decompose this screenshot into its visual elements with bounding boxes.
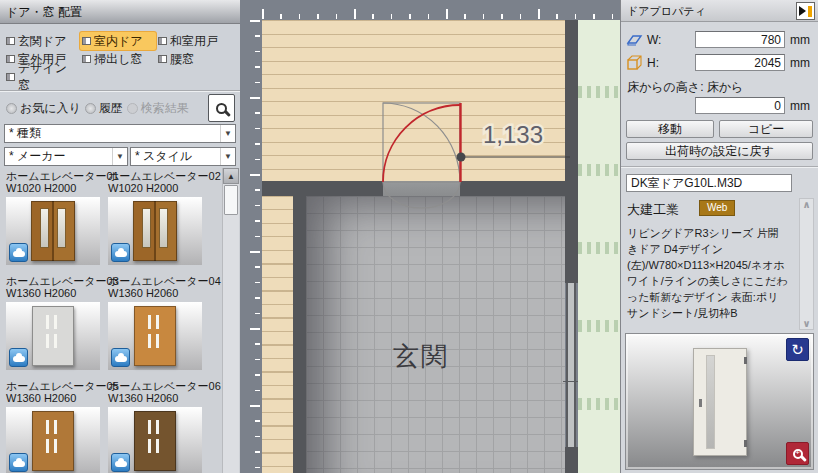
favorites-button[interactable]: お気に入り: [6, 100, 81, 117]
category-design-window[interactable]: デザイン窓: [4, 68, 80, 86]
door-thumbnail: [108, 302, 202, 370]
category-label: 室内ドア: [94, 33, 143, 50]
item-size: W1360 H2060: [6, 287, 104, 299]
list-item[interactable]: ホームエレベーター04 W1360 H2060: [108, 275, 206, 370]
door-swing-drawing[interactable]: 1,133: [240, 0, 620, 473]
door-image: [133, 201, 177, 261]
door-symbol-icon: [6, 55, 15, 63]
width-input[interactable]: 780: [695, 31, 785, 48]
play-arrow-icon: [799, 6, 806, 16]
door-image: [134, 306, 176, 366]
door-symbol-icon: [82, 55, 91, 63]
width-row: W: 780 mm: [621, 31, 818, 49]
width-plane-icon: [626, 32, 643, 47]
floor-height-unit: mm: [790, 99, 810, 113]
door-thumbnail: [6, 407, 100, 473]
history-button[interactable]: 履歴: [85, 100, 123, 117]
search-results-button: 検索結果: [127, 100, 189, 117]
width-unit: mm: [790, 33, 810, 47]
door-symbol-icon: [158, 55, 167, 63]
item-name: ホームエレベーター05: [6, 380, 104, 392]
door-thumbnail: [6, 302, 100, 370]
door-thumbnail: [108, 197, 202, 265]
height-unit: mm: [790, 56, 810, 70]
category-waist-window[interactable]: 腰窓: [156, 50, 232, 68]
height-label: H:: [647, 56, 659, 70]
door-thumbnail: [6, 197, 100, 265]
search-icon: [216, 103, 227, 114]
catalog-scrollbar[interactable]: ▲: [222, 168, 239, 473]
item-size: W1020 H2000: [108, 182, 206, 194]
cloud-download-icon: [9, 453, 28, 472]
panel-title: ドア・窓 配置: [0, 0, 240, 24]
door-preview-box: ↻: [625, 333, 814, 470]
scrollbar-thumb[interactable]: [224, 185, 238, 215]
move-button[interactable]: 移動: [626, 120, 714, 138]
item-name: ホームエレベーター02: [108, 170, 206, 182]
cloud-download-icon: [9, 348, 28, 367]
category-label: 掃出し窓: [94, 51, 142, 68]
item-size: W1020 H2000: [6, 182, 104, 194]
door-category-options: 玄関ドア 室内ドア 和室用戸 室外用戸 掃出し窓 腰窓 デザイン窓: [4, 32, 236, 86]
history-label: 履歴: [99, 100, 123, 117]
reset-to-factory-button[interactable]: 出荷時の設定に戻す: [626, 142, 813, 160]
door-handle: [699, 399, 702, 407]
item-name: ホームエレベーター04: [108, 275, 206, 287]
list-item[interactable]: ホームエレベーター02 W1020 H2000: [108, 170, 206, 265]
cloud-download-icon: [111, 453, 130, 472]
style-dropdown-value: * スタイル: [131, 148, 220, 165]
copy-button[interactable]: コピー: [719, 120, 813, 138]
list-item[interactable]: ホームエレベーター06 W1360 H2060: [108, 380, 206, 473]
door-handle-node[interactable]: [457, 153, 466, 162]
maker-dropdown-value: * メーカー: [5, 148, 112, 165]
kind-dropdown[interactable]: * 種類 ▼: [4, 124, 236, 143]
category-entrance-door[interactable]: 玄関ドア: [4, 32, 80, 50]
door-description: リビングドアR3シリーズ 片開きドア D4デザイン (左)/W780×D113×…: [627, 226, 789, 322]
item-name: ホームエレベーター03: [6, 275, 104, 287]
floor-plan-canvas[interactable]: 1,133 玄関: [240, 0, 620, 473]
door-symbol-icon: [158, 37, 167, 45]
category-japanese-room-door[interactable]: 和室用戸: [156, 32, 232, 50]
scroll-up-icon[interactable]: ∧: [800, 199, 813, 210]
cloud-download-icon: [111, 243, 130, 262]
item-name: ホームエレベーター01: [6, 170, 104, 182]
chevron-down-icon: ▼: [220, 125, 235, 142]
category-label: 和室用戸: [170, 33, 218, 50]
description-scrollbar[interactable]: ∧ ∨: [799, 198, 814, 330]
chevron-down-icon: ▼: [220, 148, 235, 165]
door-image: [31, 201, 75, 261]
style-dropdown[interactable]: * スタイル ▼: [130, 147, 236, 166]
history-clock-icon: [85, 103, 96, 114]
properties-title: ドアプロパティ: [621, 0, 818, 22]
width-label: W:: [647, 33, 661, 47]
category-label: 玄関ドア: [18, 33, 67, 50]
door-catalog-list: ホームエレベーター01 W1020 H2000 ホームエレベーター02 W102…: [0, 168, 240, 473]
web-link-badge[interactable]: Web: [699, 200, 735, 216]
scroll-down-icon[interactable]: ∨: [800, 318, 813, 329]
maker-name: 大建工業: [627, 201, 679, 219]
height-input[interactable]: 2045: [695, 54, 785, 71]
collapse-panel-button[interactable]: [796, 2, 815, 20]
door-symbol-icon: [6, 73, 15, 81]
list-item[interactable]: ホームエレベーター01 W1020 H2000: [6, 170, 104, 265]
list-item[interactable]: ホームエレベーター03 W1360 H2060: [6, 275, 104, 370]
category-sliding-window[interactable]: 掃出し窓: [80, 50, 156, 68]
category-interior-door[interactable]: 室内ドア: [80, 32, 156, 50]
kind-dropdown-value: * 種類: [5, 125, 220, 142]
door-image: [32, 306, 74, 366]
zoom-magnifier-icon: [793, 449, 803, 459]
door-file-name-field[interactable]: DK室ドアG10L.M3D: [626, 174, 792, 192]
door-window-placement-panel: ドア・窓 配置 玄関ドア 室内ドア 和室用戸 室外用戸 掃出し窓 腰窓 デザイン: [0, 0, 240, 473]
scroll-up-icon[interactable]: ▲: [223, 168, 239, 184]
list-item[interactable]: ホームエレベーター05 W1360 H2060: [6, 380, 104, 473]
zoom-in-button[interactable]: [786, 442, 809, 465]
door-properties-panel: ドアプロパティ W: 780 mm H: 2045 mm 床からの高さ: 床から…: [620, 0, 818, 473]
height-box-icon: [626, 55, 643, 71]
chevron-down-icon: ▼: [112, 148, 127, 165]
search-button[interactable]: [208, 94, 235, 122]
rotate-view-button[interactable]: ↻: [786, 338, 809, 361]
floor-height-input[interactable]: 0: [695, 97, 785, 114]
search-results-label: 検索結果: [141, 100, 189, 117]
door-image: [134, 411, 176, 471]
maker-dropdown[interactable]: * メーカー ▼: [4, 147, 128, 166]
